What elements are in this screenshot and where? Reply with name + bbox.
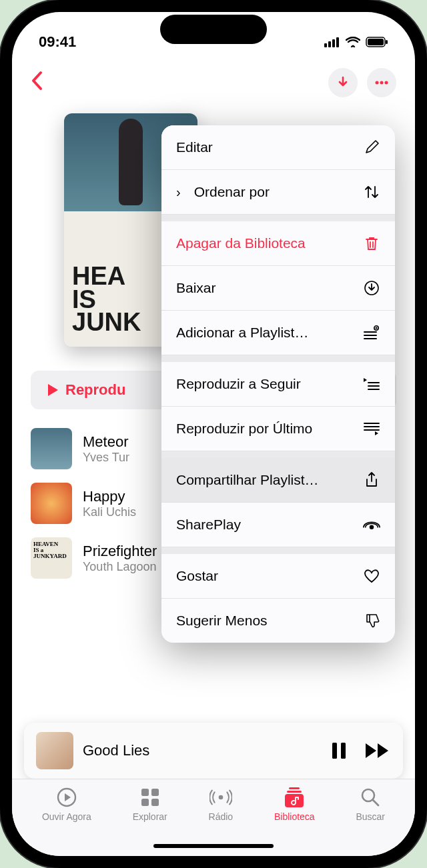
play-circle-icon <box>55 787 78 807</box>
svg-rect-13 <box>332 743 337 759</box>
menu-play-last[interactable]: Reproduzir por Último <box>161 407 395 451</box>
menu-delete-label: Apagar da Biblioteca <box>176 235 306 251</box>
home-indicator[interactable] <box>153 844 274 848</box>
svg-rect-19 <box>151 799 159 806</box>
battery-icon <box>366 37 388 47</box>
menu-suggest-less-label: Sugerir Menos <box>176 613 268 629</box>
heart-icon <box>363 567 380 585</box>
wifi-icon <box>346 37 360 47</box>
menu-shareplay[interactable]: SharePlay <box>161 503 395 547</box>
menu-share-playlist[interactable]: Compartilhar Playlist… <box>161 458 395 503</box>
play-next-icon <box>363 375 380 393</box>
menu-shareplay-label: SharePlay <box>176 517 241 533</box>
search-icon <box>359 787 382 807</box>
svg-rect-14 <box>341 743 346 759</box>
share-icon <box>363 471 380 489</box>
svg-rect-1 <box>328 41 331 47</box>
status-time: 09:41 <box>39 33 76 51</box>
menu-add-playlist-label: Adicionar a Playlist… <box>176 325 308 341</box>
track-artwork <box>31 428 72 469</box>
menu-share-label: Compartilhar Playlist… <box>176 472 319 488</box>
nav-header <box>12 60 415 100</box>
tab-label: Buscar <box>356 811 385 822</box>
svg-rect-0 <box>324 43 327 47</box>
menu-add-to-playlist[interactable]: Adicionar a Playlist… <box>161 311 395 355</box>
header-actions <box>328 68 396 97</box>
phone-frame: 09:41 HEA IS JUNK <box>0 0 427 868</box>
menu-edit[interactable]: Editar <box>161 125 395 170</box>
tab-label: Ouvir Agora <box>42 811 91 822</box>
now-playing-title: Good Lies <box>83 742 322 759</box>
now-playing-bar[interactable]: Good Lies <box>24 723 403 779</box>
tab-listen-now[interactable]: Ouvir Agora <box>42 787 91 856</box>
sort-icon <box>363 183 380 201</box>
chevron-right-icon: › <box>176 185 181 200</box>
svg-rect-6 <box>386 40 388 44</box>
play-last-icon <box>363 420 380 437</box>
track-artwork <box>31 483 72 524</box>
notch <box>160 15 267 44</box>
tab-library[interactable]: Biblioteca <box>274 787 315 856</box>
tab-label: Biblioteca <box>274 811 315 822</box>
menu-sort-label: Ordenar por <box>194 184 270 200</box>
library-icon <box>283 787 306 807</box>
thumbs-down-icon <box>363 612 380 629</box>
svg-rect-18 <box>141 799 149 806</box>
menu-play-next-label: Reproduzir a Seguir <box>176 376 301 392</box>
svg-point-9 <box>385 81 388 85</box>
menu-play-last-label: Reproduzir por Último <box>176 421 312 437</box>
phone-screen: 09:41 HEA IS JUNK <box>12 12 415 856</box>
now-playing-artwork <box>36 732 73 769</box>
status-icons <box>324 37 388 47</box>
svg-rect-22 <box>287 791 302 793</box>
radio-icon <box>209 787 232 807</box>
artwork-text: HEA IS JUNK <box>72 265 141 333</box>
track-artwork <box>31 537 72 579</box>
svg-point-12 <box>370 525 374 529</box>
menu-download[interactable]: Baixar <box>161 266 395 311</box>
tab-search[interactable]: Buscar <box>356 787 385 856</box>
cellular-icon <box>324 37 340 47</box>
tab-label: Rádio <box>209 811 234 822</box>
download-circle-icon <box>363 279 380 297</box>
grid-icon <box>139 787 161 807</box>
svg-rect-21 <box>289 787 300 789</box>
svg-point-7 <box>376 81 379 85</box>
svg-point-20 <box>219 795 224 800</box>
menu-suggest-less[interactable]: Sugerir Menos <box>161 599 395 643</box>
forward-icon[interactable] <box>364 742 391 759</box>
pencil-icon <box>363 139 380 156</box>
pause-icon[interactable] <box>331 741 347 760</box>
trash-icon <box>363 235 380 252</box>
play-button-label: Reprodu <box>65 381 125 399</box>
shareplay-icon <box>363 516 380 533</box>
menu-download-label: Baixar <box>176 280 216 296</box>
menu-sort-by[interactable]: ›Ordenar por <box>161 170 395 215</box>
more-button[interactable] <box>367 68 396 97</box>
menu-edit-label: Editar <box>176 139 213 155</box>
svg-rect-3 <box>336 37 339 47</box>
tab-label: Explorar <box>133 811 167 822</box>
download-button[interactable] <box>328 68 358 97</box>
svg-rect-16 <box>141 789 149 796</box>
menu-like[interactable]: Gostar <box>161 554 395 599</box>
svg-rect-5 <box>368 39 384 45</box>
svg-rect-2 <box>332 39 335 47</box>
menu-delete-from-library[interactable]: Apagar da Biblioteca <box>161 221 395 266</box>
back-button[interactable] <box>31 69 44 97</box>
svg-rect-17 <box>151 789 159 796</box>
context-menu: Editar ›Ordenar por Apagar da Biblioteca… <box>161 125 395 643</box>
add-playlist-icon <box>363 324 380 341</box>
menu-play-next[interactable]: Reproduzir a Seguir <box>161 362 395 407</box>
play-icon <box>47 383 59 397</box>
svg-point-8 <box>380 81 384 85</box>
menu-like-label: Gostar <box>176 568 218 584</box>
